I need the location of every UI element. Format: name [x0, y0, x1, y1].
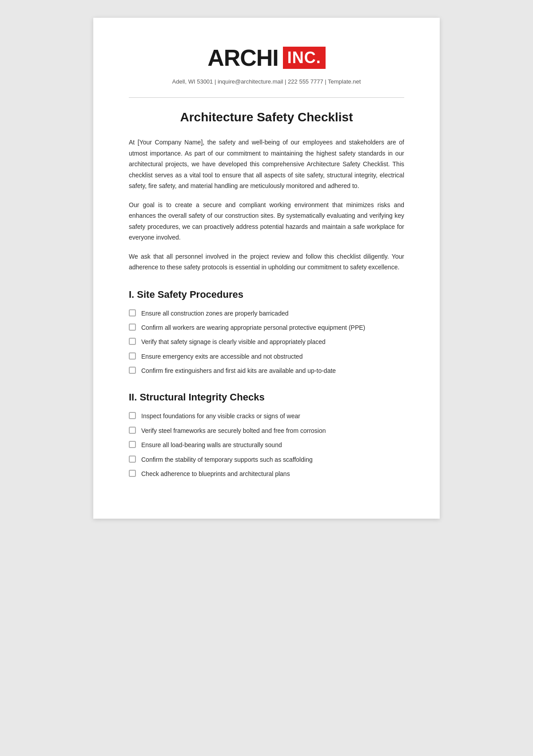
list-item-text: Confirm all workers are wearing appropri…: [141, 323, 365, 332]
list-item-text: Ensure all load-bearing walls are struct…: [141, 440, 282, 450]
list-item-text: Confirm the stability of temporary suppo…: [141, 455, 313, 464]
list-item-text: Ensure emergency exits are accessible an…: [141, 352, 302, 361]
document-title: Architecture Safety Checklist: [129, 110, 404, 124]
checkbox-icon[interactable]: [129, 427, 136, 434]
list-item: Verify steel frameworks are securely bol…: [129, 426, 404, 436]
section-heading-2: II. Structural Integrity Checks: [129, 392, 404, 403]
list-item: Confirm the stability of temporary suppo…: [129, 455, 404, 464]
logo-container: ARCHI INC.: [129, 44, 404, 71]
intro-paragraph-3: We ask that all personnel involved in th…: [129, 251, 404, 273]
checkbox-icon[interactable]: [129, 441, 136, 448]
list-item-text: Ensure all construction zones are proper…: [141, 308, 289, 318]
document-page: ARCHI INC. Adell, WI 53001 | inquire@arc…: [93, 18, 440, 519]
list-item-text: Check adherence to blueprints and archit…: [141, 469, 290, 479]
logo-archi-text: ARCHI: [207, 44, 278, 71]
header: ARCHI INC. Adell, WI 53001 | inquire@arc…: [129, 44, 404, 85]
intro-paragraph-1: At [Your Company Name], the safety and w…: [129, 137, 404, 192]
checkbox-icon[interactable]: [129, 324, 136, 331]
list-item: Ensure all construction zones are proper…: [129, 308, 404, 318]
contact-info: Adell, WI 53001 | inquire@architecture.m…: [129, 78, 404, 85]
list-item-text: Confirm fire extinguishers and first aid…: [141, 366, 336, 376]
checkbox-icon[interactable]: [129, 309, 136, 316]
header-divider: [129, 97, 404, 98]
list-item-text: Verify that safety signage is clearly vi…: [141, 337, 326, 347]
section-heading-1: I. Site Safety Procedures: [129, 289, 404, 300]
list-item-text: Verify steel frameworks are securely bol…: [141, 426, 326, 436]
checklist-2: Inspect foundations for any visible crac…: [129, 411, 404, 479]
checkbox-icon[interactable]: [129, 338, 136, 345]
list-item: Verify that safety signage is clearly vi…: [129, 337, 404, 347]
checkbox-icon[interactable]: [129, 470, 136, 477]
checkbox-icon[interactable]: [129, 412, 136, 419]
list-item-text: Inspect foundations for any visible crac…: [141, 411, 300, 421]
list-item: Inspect foundations for any visible crac…: [129, 411, 404, 421]
list-item: Ensure all load-bearing walls are struct…: [129, 440, 404, 450]
section-1: I. Site Safety ProceduresEnsure all cons…: [129, 289, 404, 376]
list-item: Ensure emergency exits are accessible an…: [129, 352, 404, 361]
checkbox-icon[interactable]: [129, 352, 136, 360]
checkbox-icon[interactable]: [129, 367, 136, 374]
intro-paragraph-2: Our goal is to create a secure and compl…: [129, 200, 404, 243]
logo-inc-badge: INC.: [283, 47, 326, 69]
list-item: Check adherence to blueprints and archit…: [129, 469, 404, 479]
sections-container: I. Site Safety ProceduresEnsure all cons…: [129, 289, 404, 479]
section-2: II. Structural Integrity ChecksInspect f…: [129, 392, 404, 479]
checkbox-icon[interactable]: [129, 456, 136, 463]
list-item: Confirm fire extinguishers and first aid…: [129, 366, 404, 376]
list-item: Confirm all workers are wearing appropri…: [129, 323, 404, 332]
checklist-1: Ensure all construction zones are proper…: [129, 308, 404, 376]
